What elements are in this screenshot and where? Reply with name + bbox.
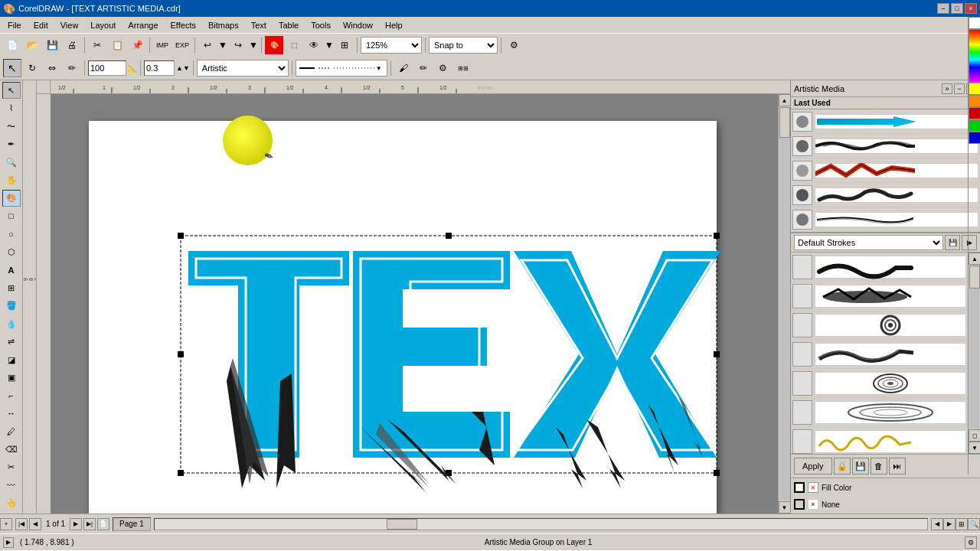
smooth-tool[interactable]: 〜: [2, 118, 21, 135]
color-tool[interactable]: 🖊: [2, 423, 21, 440]
cut-btn[interactable]: ✂: [88, 36, 106, 54]
align-btn[interactable]: ⊞⊞: [454, 59, 472, 77]
pencil-btn[interactable]: ✏: [63, 59, 81, 77]
menu-file[interactable]: File: [2, 19, 28, 31]
view-dropdown[interactable]: ▼: [325, 36, 334, 54]
freehand-tool[interactable]: ⌇: [2, 99, 21, 116]
stroke-edit-btn[interactable]: ✏: [414, 59, 433, 77]
width-input[interactable]: [88, 60, 126, 76]
color-swatch-blue[interactable]: [969, 132, 980, 144]
lock-btn[interactable]: 🔒: [834, 458, 851, 474]
stroke-pattern-select[interactable]: ▼: [296, 60, 387, 77]
shadow-tool[interactable]: ◪: [2, 351, 21, 368]
save-stroke-btn[interactable]: 💾: [852, 458, 869, 474]
scroll-down-btn[interactable]: ▼: [779, 501, 791, 514]
roughen-tool[interactable]: 〰: [2, 477, 21, 494]
minimize-button[interactable]: −: [937, 3, 949, 14]
menu-tools[interactable]: Tools: [305, 19, 337, 31]
scroll-left-btn[interactable]: ◀: [931, 518, 943, 530]
color-swatch-orange[interactable]: [969, 95, 980, 107]
pen-tool[interactable]: ✒: [2, 135, 21, 152]
menu-help[interactable]: Help: [379, 19, 409, 31]
horizontal-scrollbar[interactable]: [154, 518, 928, 530]
last-used-item-4[interactable]: [791, 183, 980, 207]
undo-btn[interactable]: ↩: [198, 36, 217, 54]
redo-dropdown[interactable]: ▼: [249, 36, 258, 54]
scroll-up-btn[interactable]: ▲: [779, 94, 791, 106]
copy-btn[interactable]: 📋: [108, 36, 126, 54]
color-swatch-green[interactable]: [969, 119, 980, 132]
print-btn[interactable]: 🖨: [63, 36, 81, 54]
navigate-btn[interactable]: ⏭: [889, 458, 906, 474]
smudge-tool[interactable]: 👆: [2, 494, 21, 511]
status-arrow-btn[interactable]: ▶: [3, 537, 14, 548]
artistic-media-tool[interactable]: 🎨: [2, 190, 21, 207]
color-swatch-white[interactable]: [969, 17, 980, 29]
export-btn[interactable]: EXP: [173, 36, 191, 54]
strokes-scroll[interactable]: [791, 253, 968, 454]
stroke-color-btn[interactable]: 🖌: [394, 59, 413, 77]
menu-window[interactable]: Window: [337, 19, 379, 31]
connector-tool[interactable]: ⌐: [2, 387, 21, 404]
outline-btn[interactable]: ⬚: [285, 36, 303, 54]
last-used-item-5[interactable]: [791, 207, 980, 232]
stroke-width-input[interactable]: [144, 60, 175, 76]
blend-tool[interactable]: ⇌: [2, 333, 21, 350]
scroll-track[interactable]: [779, 107, 790, 500]
menu-arrange[interactable]: Arrange: [122, 19, 164, 31]
mirror-h-btn[interactable]: ⇔: [43, 59, 61, 77]
rotate-btn[interactable]: ↻: [23, 59, 41, 77]
status-options-btn[interactable]: ⚙: [965, 536, 977, 549]
stroke-item-5[interactable]: [791, 369, 968, 398]
options-btn[interactable]: ⚙: [505, 36, 523, 54]
default-strokes-select[interactable]: Default Strokes: [794, 235, 943, 250]
menu-bitmaps[interactable]: Bitmaps: [202, 19, 245, 31]
zoom-page-btn[interactable]: 🔍: [968, 518, 980, 530]
stroke-item-1[interactable]: [791, 253, 968, 282]
page-add-btn[interactable]: +: [0, 518, 12, 530]
stroke-item-6[interactable]: [791, 398, 968, 427]
stroke-item-4[interactable]: [791, 340, 968, 369]
snap-select[interactable]: Snap to: [429, 37, 498, 54]
h-scroll-thumb[interactable]: [387, 519, 417, 530]
paste-btn[interactable]: 📌: [128, 36, 146, 54]
style-select[interactable]: Artistic Pressure Calligraphy: [197, 60, 289, 77]
menu-edit[interactable]: Edit: [28, 19, 54, 31]
scroll-thumb[interactable]: [779, 107, 790, 138]
canvas-area[interactable]: ✒: [51, 94, 778, 514]
fill-tool[interactable]: 🪣: [2, 297, 21, 314]
next-page-btn[interactable]: ▶: [70, 518, 82, 530]
menu-table[interactable]: Table: [273, 19, 305, 31]
zoom-select[interactable]: 125% 100% 75% 50%: [361, 37, 422, 54]
table-tool[interactable]: ⊞: [2, 279, 21, 296]
color-swatch-yellow[interactable]: [969, 83, 980, 95]
panel-expand-btn[interactable]: »: [942, 83, 952, 94]
transparency-tool[interactable]: ▣: [2, 369, 21, 386]
zoom-tool[interactable]: 🔍: [2, 154, 21, 171]
pick-tool-btn[interactable]: ↖: [3, 59, 21, 77]
add-page-btn[interactable]: 📄: [97, 518, 109, 530]
scroll-right-btn[interactable]: ▶: [943, 518, 956, 530]
menu-layout[interactable]: Layout: [84, 19, 122, 31]
polygon-tool[interactable]: ⬡: [2, 243, 21, 260]
strokes-new-btn[interactable]: 💾: [945, 235, 960, 250]
stroke-item-3[interactable]: [791, 311, 968, 340]
import-btn[interactable]: IMP: [153, 36, 172, 54]
stroke-options-btn[interactable]: ⚙: [434, 59, 452, 77]
new-btn[interactable]: 📄: [3, 36, 21, 54]
stroke-item-2[interactable]: [791, 282, 968, 311]
save-btn[interactable]: 💾: [43, 36, 61, 54]
menu-view[interactable]: View: [54, 19, 85, 31]
stroke-pattern-dropdown[interactable]: ▼: [376, 65, 382, 72]
apply-button[interactable]: Apply: [794, 458, 832, 474]
rectangle-tool[interactable]: □: [2, 207, 21, 224]
menu-effects[interactable]: Effects: [165, 19, 202, 31]
eraser-tool[interactable]: ⌫: [2, 441, 21, 458]
fit-page-btn[interactable]: ⊞: [956, 518, 968, 530]
undo-dropdown[interactable]: ▼: [218, 36, 227, 54]
delete-stroke-btn[interactable]: 🗑: [871, 458, 887, 474]
dimension-tool[interactable]: ↔: [2, 405, 21, 422]
close-button[interactable]: ×: [965, 3, 977, 14]
last-used-item-1[interactable]: [791, 109, 980, 134]
last-page-btn[interactable]: ▶|: [83, 518, 96, 530]
